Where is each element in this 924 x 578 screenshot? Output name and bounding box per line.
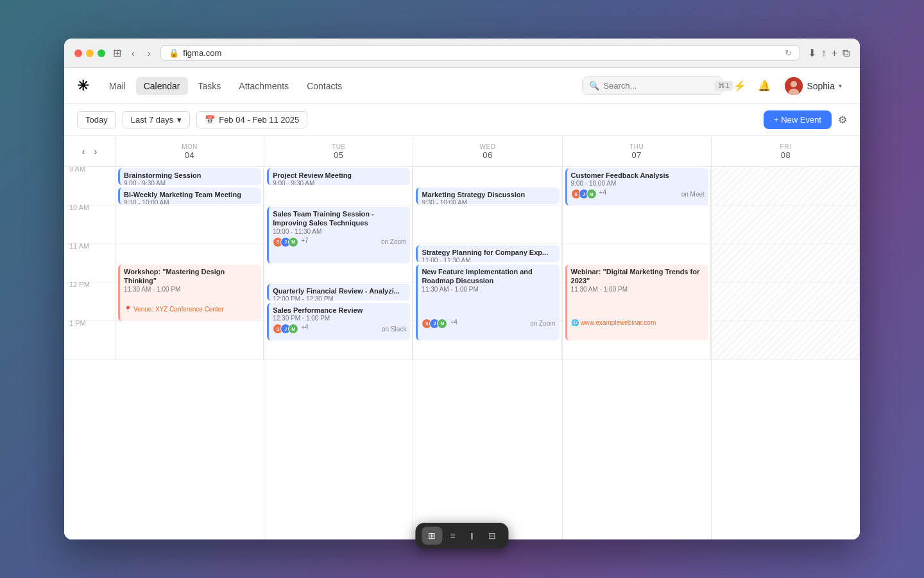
thu-row-10: [563, 206, 711, 244]
calendar-toolbar: Today Last 7 days ▾ 📅 Feb 04 - Feb 11 20…: [64, 104, 860, 136]
user-name: Sophia: [807, 81, 835, 91]
event-marketing-strategy[interactable]: Marketing Strategy Discussion 9:30 - 10:…: [416, 188, 559, 204]
view-table-button[interactable]: ⊟: [482, 527, 502, 545]
event-biweekly-marketing[interactable]: Bi-Weekly Marketing Team Meeting 9:30 - …: [118, 188, 261, 204]
settings-button[interactable]: ⚙: [838, 114, 847, 126]
fri-row-9: [712, 167, 860, 206]
day-header-thu: THU 07: [563, 136, 712, 166]
time-slot-1pm: 1 PM: [64, 321, 116, 360]
event-quarterly-financial[interactable]: Quarterly Financial Review - Analyzi... …: [267, 284, 410, 301]
webinar-link: 🌐 www.examplewebinar.com: [571, 319, 656, 326]
back-button[interactable]: ‹: [129, 47, 137, 60]
search-bar[interactable]: 🔍 ⌘1: [582, 76, 723, 95]
event-strategy-planning[interactable]: Strategy Planning for Company Exp... 11:…: [416, 245, 559, 262]
address-bar[interactable]: 🔒 figma.com ↻: [160, 45, 800, 61]
nav-calendar[interactable]: Calendar: [136, 77, 188, 95]
view-columns-button[interactable]: ⫿: [463, 527, 481, 545]
wed-row-10: [413, 206, 561, 244]
lightning-icon[interactable]: ⚡: [731, 77, 749, 94]
day-header-fri: FRI 08: [712, 136, 860, 166]
range-label: Last 7 days: [131, 115, 174, 125]
date-display[interactable]: 📅 Feb 04 - Feb 11 2025: [196, 111, 307, 128]
view-list-button[interactable]: ≡: [443, 527, 461, 545]
avatar: [785, 77, 803, 95]
chevron-down-icon: ▾: [839, 82, 842, 89]
search-icon: 🔍: [589, 81, 599, 91]
app-logo[interactable]: ✳: [77, 78, 89, 94]
col-wed: Marketing Strategy Discussion 9:30 - 10:…: [413, 167, 562, 539]
grid-body: Brainstorming Session 9:00 - 9:30 AM Bi-…: [116, 167, 860, 539]
share-icon[interactable]: ↑: [821, 48, 826, 59]
bottom-toolbar: ⊞ ≡ ⫿ ⊟: [415, 523, 508, 548]
date-range-text: Feb 04 - Feb 11 2025: [219, 115, 299, 125]
new-event-button[interactable]: + New Event: [764, 110, 832, 129]
new-tab-icon[interactable]: +: [832, 48, 837, 59]
time-slot-9am: 9 AM: [64, 167, 116, 206]
app-container: ✳ Mail Calendar Tasks Attachments Contac…: [64, 68, 860, 539]
mon-row-10: [116, 206, 264, 244]
avatar-3: M: [586, 189, 597, 199]
prev-week-button[interactable]: ‹: [78, 145, 89, 158]
event-new-feature[interactable]: New Feature Implementation and Roadmap D…: [416, 265, 559, 340]
download-icon[interactable]: ⬇: [808, 47, 816, 59]
fri-row-10: [712, 206, 860, 244]
event-webinar-digital[interactable]: Webinar: "Digital Marketing Trends for 2…: [565, 265, 708, 340]
user-pill[interactable]: Sophia ▾: [780, 75, 847, 97]
lock-icon: 🔒: [169, 48, 179, 58]
top-nav: ✳ Mail Calendar Tasks Attachments Contac…: [64, 68, 860, 104]
nav-tasks[interactable]: Tasks: [191, 77, 229, 95]
event-sales-performance[interactable]: Sales Performance Review 12:30 PM - 1:00…: [267, 303, 410, 340]
today-button[interactable]: Today: [77, 111, 116, 128]
event-workshop-design[interactable]: Workshop: "Mastering Design Thinking" 11…: [118, 265, 261, 321]
event-brainstorming[interactable]: Brainstorming Session 9:00 - 9:30 AM: [118, 168, 261, 185]
nav-mail[interactable]: Mail: [101, 77, 133, 95]
event-customer-feedback[interactable]: Customer Feedback Analysis 9:00 - 10:00 …: [565, 168, 708, 206]
time-slot-10am: 10 AM: [64, 206, 116, 244]
nav-items: Mail Calendar Tasks Attachments Contacts: [101, 77, 350, 95]
svg-point-1: [791, 81, 797, 87]
fri-row-12: [712, 283, 860, 321]
time-slot-12pm: 12 PM: [64, 283, 116, 321]
refresh-icon[interactable]: ↻: [785, 48, 792, 58]
sidebar-toggle-button[interactable]: ⊞: [113, 47, 121, 59]
day-header-tue: TUE 05: [264, 136, 413, 166]
avatar-3: M: [288, 324, 298, 334]
time-slot-11am: 11 AM: [64, 244, 116, 283]
nav-actions: ⚡ 🔔 Sophia ▾: [731, 75, 847, 97]
search-input[interactable]: [603, 81, 711, 91]
col-mon: Brainstorming Session 9:00 - 9:30 AM Bi-…: [116, 167, 264, 539]
bell-icon[interactable]: 🔔: [755, 77, 773, 94]
view-grid-button[interactable]: ⊞: [422, 527, 442, 545]
day-header-wed: WED 06: [413, 136, 562, 166]
mon-row-1: [116, 321, 264, 360]
col-thu: Customer Feedback Analysis 9:00 - 10:00 …: [563, 167, 712, 539]
fri-row-11: [712, 244, 860, 283]
url-text: figma.com: [183, 48, 221, 58]
forward-button[interactable]: ›: [145, 47, 153, 60]
event-project-review[interactable]: Project Review Meeting 9:00 - 9:30 AM: [267, 168, 410, 185]
venue-label: 📍 Venue: XYZ Conference Center: [124, 306, 257, 313]
day-columns-area: MON 04 TUE 05 WED 06 THU 07: [116, 136, 860, 539]
next-week-button[interactable]: ›: [90, 145, 101, 158]
nav-contacts[interactable]: Contacts: [299, 77, 350, 95]
calendar-area: ‹ › 9 AM 10 AM 11 AM 12 PM 1 PM MON: [64, 136, 860, 539]
browser-window: ⊞ ‹ › 🔒 figma.com ↻ ⬇ ↑ + ⧉ ✳ Mail Calen…: [64, 39, 860, 539]
avatar-3: M: [437, 319, 447, 329]
traffic-lights: [74, 49, 105, 57]
search-shortcut: ⌘1: [715, 81, 732, 91]
maximize-button[interactable]: [98, 49, 105, 57]
time-gutter: ‹ › 9 AM 10 AM 11 AM 12 PM 1 PM: [64, 136, 116, 539]
browser-actions: ⬇ ↑ + ⧉: [808, 47, 850, 59]
time-labels: 9 AM 10 AM 11 AM 12 PM 1 PM: [64, 167, 116, 539]
calendar-icon: 📅: [205, 115, 215, 125]
days-header: MON 04 TUE 05 WED 06 THU 07: [116, 136, 860, 167]
nav-attachments[interactable]: Attachments: [231, 77, 296, 95]
avatar-3: M: [288, 237, 298, 247]
range-selector[interactable]: Last 7 days ▾: [123, 111, 191, 128]
close-button[interactable]: [74, 49, 82, 57]
event-sales-training[interactable]: Sales Team Training Session - Improving …: [267, 207, 410, 263]
minimize-button[interactable]: [86, 49, 94, 57]
tabs-icon[interactable]: ⧉: [843, 48, 850, 59]
browser-chrome: ⊞ ‹ › 🔒 figma.com ↻ ⬇ ↑ + ⧉: [64, 39, 860, 68]
day-header-mon: MON 04: [116, 136, 264, 166]
